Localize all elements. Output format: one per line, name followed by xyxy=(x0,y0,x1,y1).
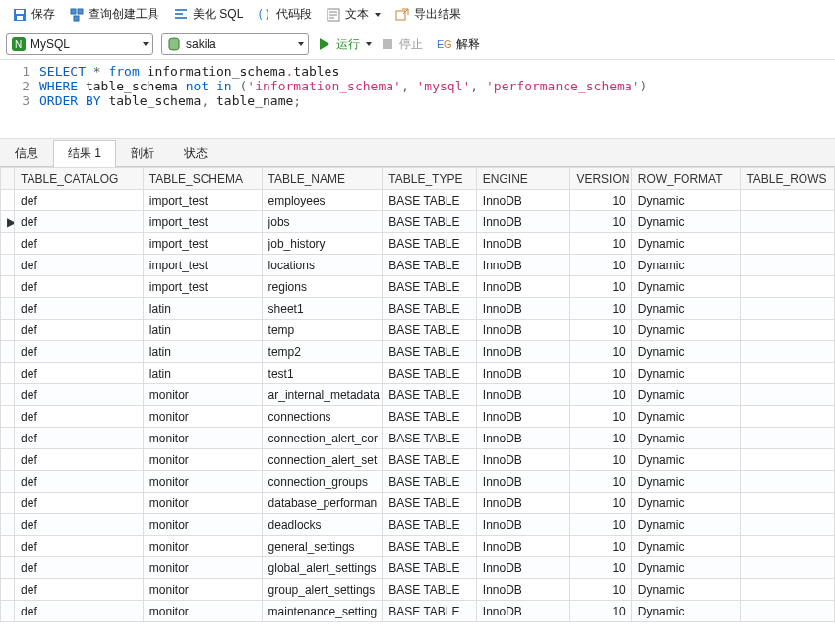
cell[interactable]: jobs xyxy=(262,211,383,233)
cell[interactable]: BASE TABLE xyxy=(383,406,477,428)
cell[interactable] xyxy=(741,320,835,341)
column-header[interactable]: VERSION xyxy=(570,168,631,190)
cell[interactable]: 10 xyxy=(570,276,631,298)
cell[interactable]: InnoDB xyxy=(476,384,570,406)
cell[interactable]: connection_groups xyxy=(262,471,383,493)
cell[interactable]: Dynamic xyxy=(631,579,741,601)
cell[interactable] xyxy=(741,276,835,298)
cell[interactable]: database_performan xyxy=(262,493,383,514)
cell[interactable]: import_test xyxy=(143,233,262,255)
table-row[interactable]: defimport_testemployeesBASE TABLEInnoDB1… xyxy=(1,190,835,211)
cell[interactable]: Dynamic xyxy=(631,601,741,622)
cell[interactable]: Dynamic xyxy=(631,428,741,449)
cell[interactable]: BASE TABLE xyxy=(383,276,477,298)
cell[interactable]: InnoDB xyxy=(476,233,570,255)
cell[interactable] xyxy=(741,514,835,536)
cell[interactable]: def xyxy=(15,493,144,514)
table-row[interactable]: deflatintest1BASE TABLEInnoDB10Dynamic xyxy=(1,363,835,384)
cell[interactable]: InnoDB xyxy=(476,428,570,449)
cell[interactable]: InnoDB xyxy=(476,557,570,579)
table-row[interactable]: defmonitorconnection_alert_corBASE TABLE… xyxy=(1,428,835,449)
cell[interactable]: monitor xyxy=(143,601,262,622)
cell[interactable]: 10 xyxy=(570,406,631,428)
tab-profile[interactable]: 剖析 xyxy=(116,140,169,167)
cell[interactable] xyxy=(741,341,835,363)
cell[interactable]: Dynamic xyxy=(631,384,741,406)
table-row[interactable]: defmonitorgeneral_settingsBASE TABLEInno… xyxy=(1,536,835,557)
cell[interactable] xyxy=(741,406,835,428)
cell[interactable]: 10 xyxy=(570,536,631,557)
table-row[interactable]: defmonitorconnection_alert_setBASE TABLE… xyxy=(1,449,835,471)
cell[interactable]: monitor xyxy=(143,471,262,493)
cell[interactable] xyxy=(741,211,835,233)
cell[interactable]: monitor xyxy=(143,579,262,601)
cell[interactable]: def xyxy=(15,449,144,471)
cell[interactable]: monitor xyxy=(143,536,262,557)
export-result-button[interactable]: 导出结果 xyxy=(388,4,467,25)
cell[interactable] xyxy=(741,255,835,276)
cell[interactable]: def xyxy=(15,298,144,320)
table-row[interactable]: defmonitorglobal_alert_settingsBASE TABL… xyxy=(1,557,835,579)
db-type-combo[interactable]: N MySQL xyxy=(6,33,153,55)
cell[interactable]: test1 xyxy=(262,363,383,384)
cell[interactable]: monitor xyxy=(143,449,262,471)
cell[interactable]: Dynamic xyxy=(631,363,741,384)
cell[interactable]: def xyxy=(15,428,144,449)
cell[interactable]: BASE TABLE xyxy=(383,320,477,341)
cell[interactable]: Dynamic xyxy=(631,320,741,341)
cell[interactable]: InnoDB xyxy=(476,320,570,341)
cell[interactable]: job_history xyxy=(262,233,383,255)
cell[interactable]: InnoDB xyxy=(476,211,570,233)
run-button[interactable]: 运行 xyxy=(317,36,372,53)
cell[interactable] xyxy=(741,190,835,211)
cell[interactable]: 10 xyxy=(570,341,631,363)
result-grid[interactable]: TABLE_CATALOGTABLE_SCHEMATABLE_NAMETABLE… xyxy=(0,167,835,622)
table-row[interactable]: deflatintempBASE TABLEInnoDB10Dynamic xyxy=(1,320,835,341)
cell[interactable]: employees xyxy=(262,190,383,211)
cell[interactable]: Dynamic xyxy=(631,190,741,211)
cell[interactable]: def xyxy=(15,190,144,211)
cell[interactable] xyxy=(741,557,835,579)
query-builder-button[interactable]: 查询创建工具 xyxy=(63,4,165,25)
cell[interactable]: 10 xyxy=(570,557,631,579)
cell[interactable]: sheet1 xyxy=(262,298,383,320)
tab-result[interactable]: 结果 1 xyxy=(53,140,116,167)
cell[interactable]: BASE TABLE xyxy=(383,471,477,493)
cell[interactable]: deadlocks xyxy=(262,514,383,536)
cell[interactable]: def xyxy=(15,320,144,341)
cell[interactable]: BASE TABLE xyxy=(383,536,477,557)
cell[interactable]: Dynamic xyxy=(631,233,741,255)
cell[interactable]: def xyxy=(15,601,144,622)
cell[interactable]: Dynamic xyxy=(631,255,741,276)
beautify-sql-button[interactable]: 美化 SQL xyxy=(167,4,249,25)
cell[interactable]: 10 xyxy=(570,233,631,255)
cell[interactable]: monitor xyxy=(143,406,262,428)
cell[interactable]: Dynamic xyxy=(631,276,741,298)
cell[interactable]: monitor xyxy=(143,557,262,579)
table-row[interactable]: defmonitordatabase_performanBASE TABLEIn… xyxy=(1,493,835,514)
cell[interactable]: def xyxy=(15,384,144,406)
cell[interactable]: def xyxy=(15,536,144,557)
cell[interactable] xyxy=(741,428,835,449)
cell[interactable]: 10 xyxy=(570,601,631,622)
cell[interactable]: Dynamic xyxy=(631,406,741,428)
cell[interactable]: Dynamic xyxy=(631,449,741,471)
cell[interactable]: InnoDB xyxy=(476,341,570,363)
cell[interactable]: group_alert_settings xyxy=(262,579,383,601)
cell[interactable]: 10 xyxy=(570,298,631,320)
cell[interactable] xyxy=(741,233,835,255)
cell[interactable]: import_test xyxy=(143,211,262,233)
table-row[interactable]: defmonitorconnectionsBASE TABLEInnoDB10D… xyxy=(1,406,835,428)
cell[interactable] xyxy=(741,536,835,557)
cell[interactable]: Dynamic xyxy=(631,557,741,579)
cell[interactable]: monitor xyxy=(143,384,262,406)
cell[interactable]: BASE TABLE xyxy=(383,233,477,255)
cell[interactable]: InnoDB xyxy=(476,298,570,320)
cell[interactable]: locations xyxy=(262,255,383,276)
cell[interactable]: regions xyxy=(262,276,383,298)
table-row[interactable]: defimport_testregionsBASE TABLEInnoDB10D… xyxy=(1,276,835,298)
cell[interactable]: latin xyxy=(143,298,262,320)
text-button[interactable]: 文本 xyxy=(320,4,387,25)
cell[interactable]: 10 xyxy=(570,579,631,601)
table-row[interactable]: defmonitorconnection_groupsBASE TABLEInn… xyxy=(1,471,835,493)
